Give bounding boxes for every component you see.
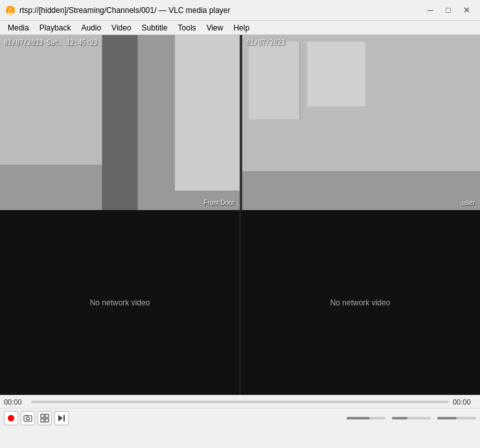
record-icon (8, 415, 14, 421)
record-button[interactable] (4, 411, 18, 425)
snapshot-button[interactable] (21, 411, 35, 425)
window-controls: ─ □ ✕ (422, 4, 475, 17)
volume-slider-1[interactable] (347, 417, 385, 419)
menu-help[interactable]: Help (228, 22, 255, 34)
minimize-button[interactable]: ─ (422, 4, 439, 17)
seekbar-track[interactable] (31, 401, 449, 403)
controls-area (0, 408, 480, 427)
title-bar: rtsp://[hidden]/Streaming/Channels/001/ … (0, 0, 480, 21)
camera-label-top-right: user (463, 199, 475, 206)
no-video-right: No network video (330, 298, 391, 307)
menu-audio[interactable]: Audio (76, 22, 106, 34)
video-panel-top-right: 01/07/2023 user (242, 35, 480, 210)
window-title: rtsp://[hidden]/Streaming/Channels/001/ … (19, 6, 422, 15)
svg-point-5 (27, 417, 30, 420)
video-top-row: 01/07/2023 Sat. 12:45:23 Front Door 01/0… (0, 35, 480, 210)
no-video-left: No network video (90, 298, 150, 307)
menu-media[interactable]: Media (3, 22, 34, 34)
volume-slider-3[interactable] (437, 417, 476, 419)
svg-rect-8 (45, 414, 49, 418)
maximize-button[interactable]: □ (440, 4, 457, 17)
video-panel-top-left: 01/07/2023 Sat. 12:45:23 Front Door (0, 35, 240, 210)
svg-rect-12 (63, 415, 65, 421)
menu-subtitle[interactable]: Subtitle (137, 22, 173, 34)
svg-rect-9 (41, 419, 44, 422)
grid-icon (40, 414, 49, 423)
next-frame-icon (57, 414, 66, 423)
seekbar-area: 00:00 00:00 (0, 395, 480, 408)
svg-rect-6 (26, 415, 28, 416)
grid-button[interactable] (38, 411, 52, 425)
volume-fill-3 (437, 417, 457, 419)
time-total: 00:00 (453, 398, 476, 406)
close-button[interactable]: ✕ (458, 4, 475, 17)
camera-label-top-left: Front Door (203, 199, 234, 206)
video-bottom-row: No network video No network video (0, 210, 480, 395)
svg-rect-3 (8, 13, 13, 14)
next-frame-button[interactable] (54, 411, 69, 425)
volume-fill-2 (392, 417, 407, 419)
menu-view[interactable]: View (201, 22, 229, 34)
timestamp-top-left: 01/07/2023 Sat. 12:45:23 (4, 39, 98, 46)
video-panel-bottom-left: No network video (0, 210, 240, 395)
menu-video[interactable]: Video (106, 22, 136, 34)
menu-tools[interactable]: Tools (173, 22, 201, 34)
svg-rect-7 (41, 414, 44, 418)
menu-playback[interactable]: Playback (34, 22, 76, 34)
timestamp-top-right: 01/07/2023 (246, 39, 285, 46)
time-current: 00:00 (4, 398, 27, 406)
camera-icon (23, 414, 32, 423)
svg-marker-11 (58, 415, 63, 421)
svg-rect-10 (45, 419, 49, 422)
svg-rect-4 (24, 416, 32, 421)
volume-slider-2[interactable] (392, 417, 431, 419)
volume-area (347, 417, 476, 419)
volume-fill-1 (347, 417, 370, 419)
video-panel-bottom-right: No network video (240, 210, 480, 395)
menu-bar: Media Playback Audio Video Subtitle Tool… (0, 21, 480, 35)
vlc-icon (5, 5, 16, 16)
